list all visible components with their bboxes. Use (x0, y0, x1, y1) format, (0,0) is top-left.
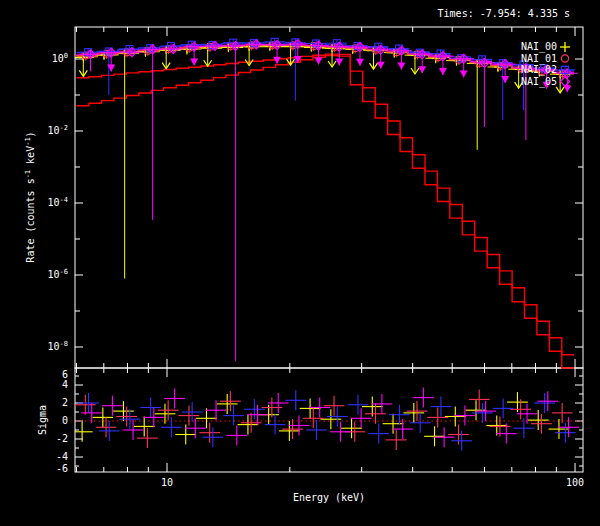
axis-titles: Rate (counts s-1​ keV-1​)Sigma (24, 131, 48, 435)
upper-limit-arrow-icon (335, 58, 343, 65)
plot-area: 1010010010-210-410-610-8-6-4-20246Rate (… (24, 27, 584, 488)
upper-limit-arrow-icon (356, 59, 364, 66)
upper-limit-arrow-icon (190, 58, 198, 65)
sigma-tick-label: 0 (62, 415, 68, 426)
legend-label: NAI_01 (521, 53, 557, 65)
spectral-fit-window: Times: -7.954: 4.335 s Energy (keV) 1010… (0, 0, 600, 526)
x-tick-label: 100 (566, 477, 584, 488)
x-axis-title: Energy (keV) (293, 492, 365, 503)
legend: NAI_00NAI_01NAI_02NAI_05 (521, 41, 570, 88)
sigma-tick-label: -6 (56, 463, 68, 474)
upper-limit-arrow-icon (439, 68, 447, 75)
diamond-icon (560, 77, 569, 86)
red-model-upper (77, 54, 575, 355)
sigma-tick-label: 6 (62, 369, 68, 380)
sigma-tick-label: 4 (62, 379, 68, 390)
upper-limit-arrow-icon (377, 62, 385, 69)
legend-item-NAI_01: NAI_01 (521, 53, 569, 65)
y-tick-label: 10-4 (48, 196, 68, 208)
circle-icon (561, 55, 568, 62)
y-axis-title: Rate (counts s-1​ keV-1​) (24, 131, 36, 262)
legend-item-NAI_00: NAI_00 (521, 41, 570, 53)
y-tick-label: 100 (52, 52, 68, 64)
times-label: Times: -7.954: 4.335 s (438, 8, 570, 19)
x-tick-label: 10 (161, 477, 173, 488)
count-spectrum-chart: Times: -7.954: 4.335 s Energy (keV) 1010… (0, 0, 600, 526)
sigma-axis-title: Sigma (37, 405, 48, 435)
legend-label: NAI_00 (521, 41, 557, 53)
legend-label: NAI_02 (521, 64, 557, 76)
y-tick-label: 10-6 (48, 268, 68, 280)
y-tick-label: 10-8 (48, 340, 68, 352)
upper-limit-arrow-icon (418, 66, 426, 73)
upper-limit-arrow-icon (397, 63, 405, 70)
upper-limit-arrow-icon (460, 71, 468, 78)
sigma-tick-label: 2 (62, 397, 68, 408)
upper-limit-arrow-icon (315, 57, 323, 64)
sigma-tick-label: -4 (56, 451, 68, 462)
sigma-tick-label: -2 (56, 433, 68, 444)
legend-item-NAI_02: NAI_02 (521, 64, 569, 76)
legend-label: NAI_05 (521, 76, 557, 88)
red-model-lower (77, 56, 575, 369)
series-data-NAI_00 (75, 42, 571, 279)
red-steep-model (77, 54, 575, 368)
y-tick-label: 10-2 (48, 124, 68, 136)
